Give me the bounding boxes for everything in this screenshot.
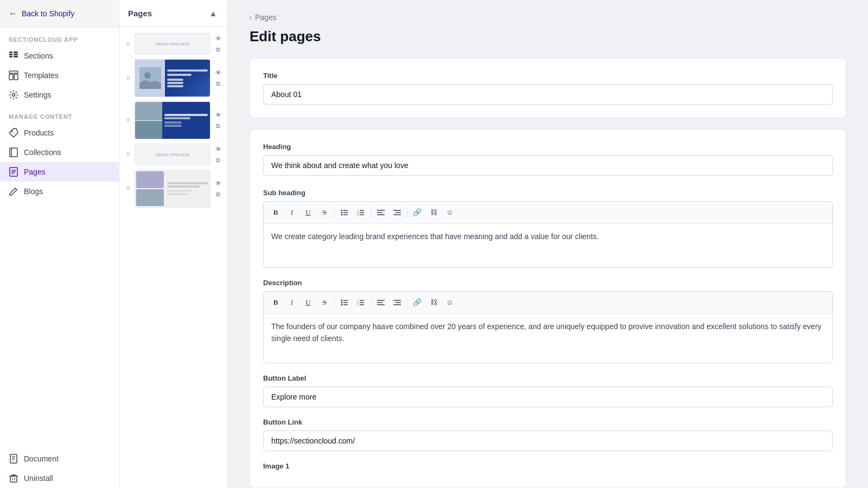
thumb-label: DEMO PREVIEW	[155, 42, 189, 47]
title-card: Title	[250, 58, 846, 118]
view-icon[interactable]: 👁	[213, 68, 223, 78]
page-thumbnail	[135, 101, 210, 139]
thumb-text-area	[165, 60, 210, 97]
view-icon[interactable]: 👁	[213, 144, 223, 154]
pages-panel-title: Pages	[128, 9, 152, 18]
svg-rect-7	[9, 74, 13, 80]
sidebar-item-collections[interactable]: Collections	[0, 143, 119, 162]
view-icon[interactable]: 👁	[213, 34, 223, 43]
thumb-right	[162, 102, 210, 139]
ordered-list-button[interactable]: 1.2.3.	[353, 295, 368, 310]
copy-icon[interactable]: ⧉	[213, 121, 223, 131]
settings-icon	[9, 90, 18, 100]
list-item[interactable]: ⠿ 👁 ⧉	[119, 99, 227, 142]
svg-point-10	[11, 131, 13, 132]
sidebar-item-settings[interactable]: Settings	[0, 85, 119, 105]
doc-icon	[9, 454, 18, 464]
copy-icon[interactable]: ⧉	[213, 44, 223, 54]
subheading-content[interactable]: We create category leading brand experie…	[264, 224, 832, 267]
emoji-button[interactable]: ☺	[442, 295, 457, 310]
svg-rect-5	[14, 56, 18, 57]
svg-rect-6	[9, 71, 18, 73]
view-icon[interactable]: 👁	[213, 110, 223, 120]
page-actions: 👁 ⧉	[213, 178, 223, 199]
unlink-button[interactable]: ⛓	[426, 205, 441, 220]
thumb-cell	[135, 121, 162, 139]
image1-field-label: Image 1	[263, 462, 833, 470]
strikethrough-button[interactable]: S	[317, 205, 332, 220]
back-button[interactable]: ← Back to Shopify	[0, 0, 119, 28]
align-right-button[interactable]	[390, 205, 405, 220]
underline-button[interactable]: U	[301, 295, 316, 310]
list-item[interactable]: ⠿ 👁 ⧉	[119, 168, 227, 210]
svg-rect-1	[9, 54, 12, 55]
toolbar-divider	[371, 297, 371, 308]
bullet-list-button[interactable]	[337, 295, 352, 310]
svg-point-45	[341, 300, 343, 301]
list-item[interactable]: ⠿ DEMO PREVIEW 👁 ⧉	[119, 142, 227, 168]
underline-button[interactable]: U	[301, 205, 316, 220]
strikethrough-button[interactable]: S	[317, 295, 332, 310]
title-input[interactable]	[263, 84, 833, 105]
pages-panel-header: Pages ▲	[119, 0, 227, 27]
uninstall-label: Uninstall	[24, 474, 53, 483]
copy-icon[interactable]: ⧉	[213, 189, 223, 199]
pages-list: ⠿ DEMO PREVIEW 👁 ⧉ ⠿	[119, 27, 227, 488]
italic-button[interactable]: I	[284, 205, 299, 220]
svg-rect-21	[10, 476, 17, 482]
emoji-button[interactable]: ☺	[442, 205, 457, 220]
sidebar-item-products[interactable]: Products	[0, 123, 119, 143]
thumb-left	[135, 102, 162, 139]
toolbar-divider	[407, 297, 407, 308]
tag-icon	[9, 128, 18, 138]
subheading-field-label: Sub heading	[263, 189, 833, 197]
description-editor: B I U S 1.2.3. 🔗	[263, 291, 833, 363]
thumb-cell	[135, 102, 162, 120]
bold-button[interactable]: B	[268, 295, 283, 310]
drag-handle-icon: ⠿	[124, 74, 132, 82]
sidebar-item-templates[interactable]: Templates	[0, 66, 119, 85]
heading-input[interactable]	[263, 155, 833, 176]
ordered-list-button[interactable]: 1.2.3.	[353, 205, 368, 220]
toolbar-divider	[334, 207, 335, 218]
sidebar-item-pages[interactable]: Pages	[0, 162, 119, 182]
view-icon[interactable]: 👁	[213, 178, 223, 188]
sidebar-item-sections[interactable]: Sections	[0, 46, 119, 66]
italic-button[interactable]: I	[284, 295, 299, 310]
align-left-button[interactable]	[373, 205, 388, 220]
align-right-button[interactable]	[390, 295, 405, 310]
sidebar-item-blogs[interactable]: Blogs	[0, 182, 119, 201]
thumb-label: DEMO PREVIEW	[155, 152, 189, 157]
sidebar-item-uninstall[interactable]: Uninstall	[0, 468, 119, 488]
toolbar-divider	[334, 297, 335, 308]
button-link-input[interactable]	[263, 431, 833, 451]
copy-icon[interactable]: ⧉	[213, 79, 223, 88]
thumb-grid	[135, 102, 210, 139]
collections-label: Collections	[24, 148, 61, 157]
description-content[interactable]: The founders of our company haave combin…	[264, 314, 832, 363]
link-button[interactable]: 🔗	[410, 205, 425, 220]
copy-icon[interactable]: ⧉	[213, 155, 223, 165]
svg-point-31	[341, 214, 343, 216]
bold-button[interactable]: B	[268, 205, 283, 220]
main-content: ‹ Pages Edit pages Title Heading Sub hea…	[228, 0, 868, 488]
chevron-up-icon[interactable]: ▲	[208, 8, 219, 18]
bullet-list-button[interactable]	[337, 205, 352, 220]
list-item[interactable]: ⠿ DEMO PREVIEW 👁 ⧉	[119, 31, 227, 57]
button-label-input[interactable]	[263, 387, 833, 407]
description-field-label: Description	[263, 279, 833, 287]
thumb-image-area	[135, 60, 165, 97]
svg-rect-0	[9, 52, 12, 53]
link-button[interactable]: 🔗	[410, 295, 425, 310]
page-thumbnail	[135, 59, 210, 97]
breadcrumb-link[interactable]: Pages	[255, 13, 277, 22]
svg-point-49	[341, 304, 343, 306]
toolbar-divider	[371, 207, 371, 218]
sidebar-item-document[interactable]: Document	[0, 449, 119, 468]
list-item[interactable]: ⠿ 👁 ⧉	[119, 57, 227, 99]
align-left-button[interactable]	[373, 295, 388, 310]
unlink-button[interactable]: ⛓	[426, 295, 441, 310]
drag-handle-icon: ⠿	[124, 150, 132, 159]
sidebar: ← Back to Shopify SECTIONCLOUD APP Secti…	[0, 0, 119, 488]
drag-handle-icon: ⠿	[124, 184, 132, 193]
